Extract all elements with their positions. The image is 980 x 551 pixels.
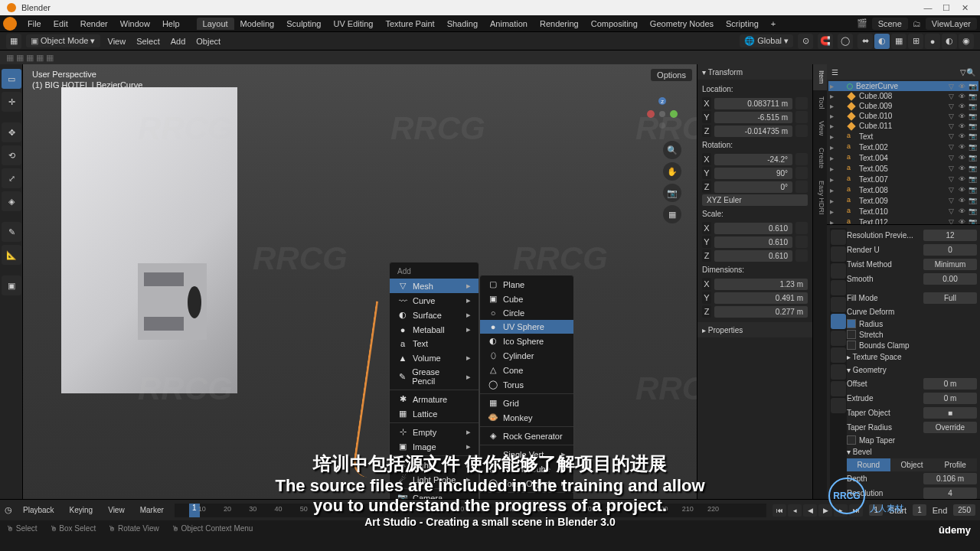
lock-icon[interactable] <box>795 97 808 109</box>
shading-wire-icon[interactable]: ⊞ <box>908 34 923 49</box>
rot-x[interactable]: -24.2° <box>714 154 792 165</box>
shading-solid-icon[interactable]: ● <box>925 34 940 49</box>
mesh-menu-item[interactable]: ⬯Cylinder <box>480 348 573 363</box>
workspace-texture[interactable]: Texture Paint <box>379 18 440 30</box>
mode-selector[interactable]: ▣ Object Mode ▾ <box>26 34 100 47</box>
scene-selector[interactable]: Scene <box>872 18 908 30</box>
mesh-menu-item[interactable]: ○Circle <box>480 306 573 320</box>
menu-edit[interactable]: Edit <box>47 19 74 28</box>
expand-icon[interactable]: ▾ <box>702 68 706 77</box>
outliner-row[interactable]: ▸Cube.010▽👁📷 <box>828 111 978 121</box>
render-u[interactable]: 0 <box>923 244 977 256</box>
timeline-editor-icon[interactable]: ◷ <box>5 505 12 515</box>
vmenu-view[interactable]: View <box>105 35 129 47</box>
res-preview[interactable]: 12 <box>923 230 977 241</box>
scale-y[interactable]: 0.610 <box>714 236 792 248</box>
tl-marker[interactable]: Marker <box>136 504 168 516</box>
bevel-res[interactable]: 4 <box>923 487 977 499</box>
ptab-modifier[interactable] <box>831 331 846 346</box>
ptab-physics[interactable] <box>831 364 846 380</box>
mesh-menu-item[interactable]: ▢Round Cube <box>480 461 573 476</box>
outliner-row[interactable]: ▸aText▽👁📷 <box>828 131 978 142</box>
snap-icon[interactable]: 🧲 <box>818 34 833 49</box>
mesh-menu-item[interactable]: ◐Ico Sphere <box>480 334 573 348</box>
add-menu-item[interactable]: aText <box>390 337 479 350</box>
outliner-row[interactable]: ▸aText.012▽👁📷 <box>828 217 978 225</box>
viewlayer-selector[interactable]: ViewLayer <box>926 18 977 30</box>
mesh-menu-item[interactable]: △Cone <box>480 363 573 377</box>
outliner-row[interactable]: ▸aText.007▽👁📷 <box>828 174 978 184</box>
viewport-3d[interactable]: User Perspective (1) BIG HOTEL | BezierC… <box>23 64 697 499</box>
outliner-row[interactable]: ▸Cube.009▽👁📷 <box>828 101 978 111</box>
workspace-layout[interactable]: Layout <box>197 18 234 30</box>
transform-orientation[interactable]: 🌐 Global ▾ <box>740 34 793 47</box>
tab-tool[interactable]: Tool <box>813 90 827 116</box>
twist-method[interactable]: Minimum <box>923 259 977 270</box>
menu-help[interactable]: Help <box>156 19 186 28</box>
tool-measure[interactable]: 📐 <box>2 245 21 265</box>
mesh-menu-item[interactable]: ●UV Sphere <box>480 320 573 334</box>
ptab-objectdata[interactable] <box>831 314 846 329</box>
dim-y[interactable]: 0.491 m <box>714 292 808 304</box>
tool-transform[interactable]: ◈ <box>2 191 21 211</box>
tool-annotate[interactable]: ✎ <box>2 222 21 242</box>
vmenu-select[interactable]: Select <box>133 35 163 47</box>
outliner-row[interactable]: ▸aText.002▽👁📷 <box>828 142 978 152</box>
play-rev-icon[interactable]: ◀ <box>803 504 817 517</box>
tl-view[interactable]: View <box>103 504 129 516</box>
menu-window[interactable]: Window <box>114 19 156 28</box>
add-menu-item[interactable]: 📷Camera <box>390 491 479 499</box>
nav-pan-icon[interactable]: ✋ <box>663 162 681 181</box>
dim-x[interactable]: 1.23 m <box>714 279 808 290</box>
ptab-material[interactable] <box>831 398 846 413</box>
outliner-row[interactable]: ▸Cube.008▽👁📷 <box>828 91 978 101</box>
tl-keying[interactable]: Keying <box>65 504 98 516</box>
add-menu-item[interactable]: ✱Armature <box>390 392 479 406</box>
outliner-row[interactable]: ▸aText.010▽👁📷 <box>828 206 978 217</box>
loc-z[interactable]: -0.014735 m <box>714 126 792 137</box>
gizmo-toggle[interactable]: ⬌ <box>858 34 873 49</box>
orientation-gizmo[interactable]: Z <box>643 95 681 133</box>
ptab-output[interactable] <box>831 246 846 262</box>
rot-z[interactable]: 0° <box>714 181 792 193</box>
viewport-options[interactable]: Options <box>651 69 692 81</box>
add-menu-item[interactable]: ▽Mesh▸ <box>390 279 479 293</box>
scale-z[interactable]: 0.610 <box>714 250 792 262</box>
tab-item[interactable]: Item <box>813 64 827 90</box>
tool-scale[interactable]: ⤢ <box>2 168 21 188</box>
ptab-world[interactable] <box>831 297 846 312</box>
add-menu-item[interactable]: ▦Lattice <box>390 406 479 421</box>
workspace-animation[interactable]: Animation <box>484 18 534 30</box>
ptab-particles[interactable] <box>831 347 846 363</box>
outliner-editor-icon[interactable]: ☰ <box>831 68 838 77</box>
xray-toggle[interactable]: ▦ <box>891 34 906 49</box>
menu-file[interactable]: File <box>21 19 47 28</box>
ptab-constraints[interactable] <box>831 381 846 396</box>
outliner-row[interactable]: ▸aText.009▽👁📷 <box>828 195 978 206</box>
workspace-compositing[interactable]: Compositing <box>585 18 644 30</box>
tl-playback[interactable]: Playback <box>18 504 59 516</box>
add-menu-item[interactable]: 〰Curve▸ <box>390 293 479 308</box>
add-menu-item[interactable]: ☼Light▸ <box>390 458 479 472</box>
outliner-row[interactable]: ▸Cube.011▽👁📷 <box>828 121 978 131</box>
workspace-uv[interactable]: UV Editing <box>327 18 379 30</box>
mesh-menu-item[interactable]: ƒMath Function▸ <box>480 494 573 499</box>
vmenu-add[interactable]: Add <box>168 35 189 47</box>
chk-maptaper[interactable] <box>847 435 856 445</box>
chk-bounds[interactable] <box>847 341 856 350</box>
extrude-val[interactable]: 0 m <box>923 393 977 404</box>
add-menu-item[interactable]: ☄Light Probe▸ <box>390 472 479 487</box>
add-menu-item[interactable]: ✎Grease Pencil▸ <box>390 365 479 388</box>
workspace-geonodes[interactable]: Geometry Nodes <box>644 18 720 30</box>
add-menu-item[interactable]: ▲Volume▸ <box>390 350 479 365</box>
workspace-scripting[interactable]: Scripting <box>720 18 765 30</box>
vmenu-object[interactable]: Object <box>193 35 224 47</box>
offset-val[interactable]: 0 m <box>923 378 977 390</box>
tab-create[interactable]: Create <box>813 142 827 174</box>
bevel-profile[interactable]: Profile <box>933 458 977 471</box>
filter-icon[interactable]: ▽ <box>960 68 966 77</box>
ptab-render[interactable] <box>831 230 846 245</box>
smooth-val[interactable]: 0.00 <box>923 273 977 285</box>
ptab-viewlayer[interactable] <box>831 263 846 279</box>
window-maximize[interactable]: ☐ <box>937 3 956 13</box>
